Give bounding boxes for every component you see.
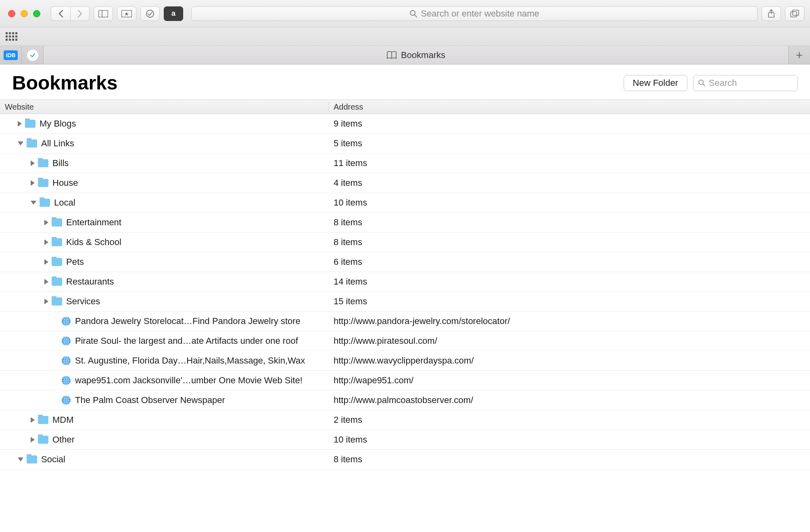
window-controls — [8, 10, 40, 17]
bookmark-address: 4 items — [329, 178, 810, 188]
tabs-overview-button[interactable] — [785, 6, 804, 21]
content-header: Bookmarks New Folder Search — [0, 64, 810, 100]
window-toolbar: ★ a Search or enter website name — [0, 0, 810, 27]
bookmark-name: All Links — [41, 138, 74, 149]
top-sites-button[interactable]: ★ — [117, 6, 136, 21]
bookmark-name: Local — [54, 197, 75, 208]
new-folder-button[interactable]: New Folder — [624, 75, 687, 91]
bookmark-address: 9 items — [329, 118, 810, 129]
svg-rect-9 — [791, 12, 797, 17]
folder-icon — [52, 297, 62, 305]
svg-point-5 — [410, 10, 415, 15]
pinned-tab-check[interactable] — [22, 46, 44, 64]
disclosure-triangle-icon[interactable] — [18, 121, 22, 127]
forward-button[interactable] — [70, 6, 90, 21]
bookmark-row[interactable]: Pirate Soul- the largest and…ate Artifac… — [0, 331, 810, 351]
bookmark-row[interactable]: Social8 items — [0, 450, 810, 470]
chevron-right-icon — [77, 10, 83, 17]
bookmark-name: MDM — [52, 415, 74, 425]
bookmark-row[interactable]: Restaurants14 items — [0, 272, 810, 292]
minimize-window-button[interactable] — [21, 10, 28, 17]
bookmark-name: Kids & School — [66, 237, 121, 247]
tabs-icon — [790, 10, 799, 18]
bookmark-address: 8 items — [329, 454, 810, 465]
bookmarks-search-input[interactable]: Search — [693, 75, 798, 91]
bookmark-row[interactable]: The Palm Coast Observer Newspaperhttp://… — [0, 391, 810, 410]
bookmark-row[interactable]: Kids & School8 items — [0, 233, 810, 252]
bookmark-row[interactable]: House4 items — [0, 173, 810, 193]
bookmark-name: Entertainment — [66, 217, 121, 228]
svg-point-4 — [146, 10, 154, 17]
disclosure-triangle-icon[interactable] — [44, 259, 48, 265]
tasks-button[interactable] — [140, 6, 160, 21]
tab-label: Bookmarks — [401, 50, 445, 60]
pinned-tab-idb[interactable]: iDB — [0, 46, 22, 64]
bookmark-address: 10 items — [329, 197, 810, 208]
folder-icon — [38, 416, 48, 424]
column-website[interactable]: Website — [0, 102, 329, 112]
bookmark-row[interactable]: Pets6 items — [0, 252, 810, 272]
bookmark-row[interactable]: Other10 items — [0, 430, 810, 450]
disclosure-triangle-icon[interactable] — [31, 201, 36, 205]
bookmark-address: 14 items — [329, 276, 810, 287]
bookmark-row[interactable]: Bills11 items — [0, 154, 810, 173]
bookmark-address: 2 items — [329, 415, 810, 425]
favorites-bar — [0, 27, 810, 46]
bookmark-row[interactable]: St. Augustine, Florida Day…Hair,Nails,Ma… — [0, 351, 810, 371]
folder-icon — [52, 238, 62, 246]
bookmark-row[interactable]: Services15 items — [0, 292, 810, 312]
back-button[interactable] — [51, 6, 70, 21]
disclosure-triangle-icon[interactable] — [18, 141, 23, 145]
disclosure-triangle-icon[interactable] — [44, 279, 48, 285]
bookmark-row[interactable]: All Links5 items — [0, 134, 810, 154]
share-icon — [767, 9, 775, 18]
disclosure-triangle-icon[interactable] — [31, 180, 35, 186]
column-address[interactable]: Address — [329, 102, 810, 112]
disclosure-triangle-icon[interactable] — [44, 239, 48, 245]
close-window-button[interactable] — [8, 10, 15, 17]
show-favorites-grid-button[interactable] — [6, 32, 17, 41]
bookmark-row[interactable]: wape951.com Jacksonville'…umber One Movi… — [0, 371, 810, 391]
disclosure-triangle-icon[interactable] — [44, 299, 48, 304]
sidebar-icon — [98, 10, 108, 17]
share-button[interactable] — [762, 6, 781, 21]
bookmark-address: 6 items — [329, 257, 810, 267]
svg-line-6 — [415, 15, 417, 17]
bookmark-row[interactable]: Pandora Jewelry Storelocat…Find Pandora … — [0, 312, 810, 331]
bookmark-row[interactable]: Local10 items — [0, 193, 810, 213]
disclosure-triangle-icon[interactable] — [31, 417, 35, 423]
folder-icon — [38, 179, 48, 187]
disclosure-triangle-icon[interactable] — [31, 160, 35, 166]
bookmark-address: http://www.wavyclipperdayspa.com/ — [329, 355, 810, 366]
svg-rect-0 — [99, 10, 108, 17]
bookmark-name: Pandora Jewelry Storelocat…Find Pandora … — [75, 316, 301, 326]
tab-bookmarks[interactable]: Bookmarks — [44, 46, 788, 64]
new-tab-button[interactable]: + — [788, 46, 810, 64]
idb-favicon: iDB — [4, 50, 17, 60]
bookmark-address: http://wape951.com/ — [329, 375, 810, 386]
bookmark-name: Pets — [66, 257, 84, 267]
maximize-window-button[interactable] — [33, 10, 40, 17]
bookmark-name: Bills — [52, 158, 69, 168]
bookmark-address: http://www.palmcoastobserver.com/ — [329, 395, 810, 405]
amazon-extension-button[interactable]: a — [164, 6, 183, 21]
check-favicon — [27, 50, 38, 61]
bookmark-address: 5 items — [329, 138, 810, 149]
bookmark-row[interactable]: MDM2 items — [0, 410, 810, 430]
plus-icon: + — [796, 48, 803, 62]
disclosure-triangle-icon[interactable] — [18, 457, 23, 461]
folder-icon — [27, 455, 37, 463]
svg-point-12 — [699, 80, 704, 84]
svg-text:★: ★ — [124, 11, 129, 17]
folder-icon — [40, 199, 50, 207]
bookmark-name: Restaurants — [66, 276, 114, 287]
address-bar[interactable]: Search or enter website name — [191, 6, 758, 21]
folder-icon — [27, 139, 37, 148]
bookmark-row[interactable]: Entertainment8 items — [0, 213, 810, 233]
bookmark-row[interactable]: My Blogs9 items — [0, 114, 810, 134]
disclosure-triangle-icon[interactable] — [44, 220, 48, 225]
sidebar-toggle-button[interactable] — [94, 6, 113, 21]
folder-icon — [52, 258, 62, 266]
bookmark-name: wape951.com Jacksonville'…umber One Movi… — [75, 375, 303, 386]
disclosure-triangle-icon[interactable] — [31, 437, 35, 443]
